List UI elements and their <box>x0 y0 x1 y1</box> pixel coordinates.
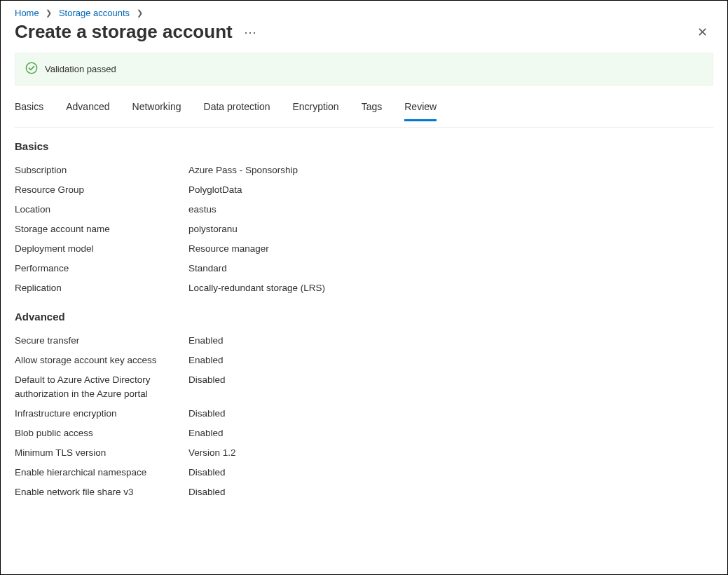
tab-basics[interactable]: Basics <box>15 97 43 121</box>
label-storage-account-name: Storage account name <box>15 222 188 236</box>
validation-banner: Validation passed <box>15 53 713 86</box>
row-aad-default-auth: Default to Azure Active Directory author… <box>15 370 713 404</box>
tab-data-protection[interactable]: Data protection <box>204 97 270 121</box>
label-nfs-v3: Enable network file share v3 <box>15 485 188 499</box>
tab-advanced[interactable]: Advanced <box>66 97 109 121</box>
row-allow-key-access: Allow storage account key access Enabled <box>15 351 713 370</box>
label-allow-key-access: Allow storage account key access <box>15 353 188 367</box>
label-replication: Replication <box>15 281 188 295</box>
value-aad-default-auth: Disabled <box>188 373 713 387</box>
value-storage-account-name: polystoranu <box>188 222 713 236</box>
breadcrumb-storage-accounts[interactable]: Storage accounts <box>59 8 130 18</box>
label-min-tls: Minimum TLS version <box>15 446 188 460</box>
label-blob-public-access: Blob public access <box>15 426 188 440</box>
close-icon: ✕ <box>697 25 708 39</box>
validation-text: Validation passed <box>45 64 116 74</box>
value-nfs-v3: Disabled <box>188 485 713 499</box>
value-subscription: Azure Pass - Sponsorship <box>188 163 713 177</box>
value-secure-transfer: Enabled <box>188 334 713 348</box>
chevron-right-icon: ❯ <box>132 8 147 18</box>
row-infra-encryption: Infrastructure encryption Disabled <box>15 404 713 424</box>
label-location: Location <box>15 203 188 217</box>
more-actions-icon[interactable]: ⋯ <box>244 25 257 40</box>
row-location: Location eastus <box>15 200 713 219</box>
row-secure-transfer: Secure transfer Enabled <box>15 331 713 351</box>
horizontal-scrollbar[interactable] <box>1 566 727 574</box>
label-infra-encryption: Infrastructure encryption <box>15 407 188 421</box>
row-subscription: Subscription Azure Pass - Sponsorship <box>15 161 713 180</box>
label-hierarchical-ns: Enable hierarchical namespace <box>15 466 188 480</box>
row-resource-group: Resource Group PolyglotData <box>15 180 713 200</box>
tab-encryption[interactable]: Encryption <box>293 97 339 121</box>
value-blob-public-access: Enabled <box>188 426 713 440</box>
row-nfs-v3: Enable network file share v3 Disabled <box>15 482 713 502</box>
value-deployment-model: Resource manager <box>188 242 713 256</box>
value-performance: Standard <box>188 262 713 276</box>
close-button[interactable]: ✕ <box>692 22 713 43</box>
tab-networking[interactable]: Networking <box>132 97 181 121</box>
breadcrumb-home[interactable]: Home <box>15 8 39 18</box>
value-allow-key-access: Enabled <box>188 353 713 367</box>
label-deployment-model: Deployment model <box>15 242 188 256</box>
page-title: Create a storage account <box>15 21 233 43</box>
svg-point-0 <box>26 62 36 73</box>
label-subscription: Subscription <box>15 163 188 177</box>
review-scroll-panel[interactable]: Basics Subscription Azure Pass - Sponsor… <box>15 127 713 566</box>
breadcrumb: Home ❯ Storage accounts ❯ <box>15 8 713 20</box>
value-hierarchical-ns: Disabled <box>188 466 713 480</box>
row-min-tls: Minimum TLS version Version 1.2 <box>15 443 713 463</box>
tab-strip: Basics Advanced Networking Data protecti… <box>15 97 713 121</box>
check-circle-icon <box>25 62 38 76</box>
label-aad-default-auth: Default to Azure Active Directory author… <box>15 373 188 401</box>
label-performance: Performance <box>15 262 188 276</box>
section-heading-basics: Basics <box>15 137 713 161</box>
tab-review[interactable]: Review <box>404 97 437 121</box>
label-secure-transfer: Secure transfer <box>15 334 188 348</box>
row-hierarchical-ns: Enable hierarchical namespace Disabled <box>15 463 713 482</box>
value-replication: Locally-redundant storage (LRS) <box>188 281 713 295</box>
row-storage-account-name: Storage account name polystoranu <box>15 219 713 239</box>
section-heading-advanced: Advanced <box>15 298 713 331</box>
value-resource-group: PolyglotData <box>188 183 713 197</box>
label-resource-group: Resource Group <box>15 183 188 197</box>
row-deployment-model: Deployment model Resource manager <box>15 239 713 259</box>
row-replication: Replication Locally-redundant storage (L… <box>15 278 713 298</box>
tab-tags[interactable]: Tags <box>362 97 383 121</box>
value-infra-encryption: Disabled <box>188 407 713 421</box>
value-location: eastus <box>188 203 713 217</box>
row-blob-public-access: Blob public access Enabled <box>15 424 713 443</box>
row-performance: Performance Standard <box>15 259 713 278</box>
chevron-right-icon: ❯ <box>41 8 56 18</box>
value-min-tls: Version 1.2 <box>188 446 713 460</box>
